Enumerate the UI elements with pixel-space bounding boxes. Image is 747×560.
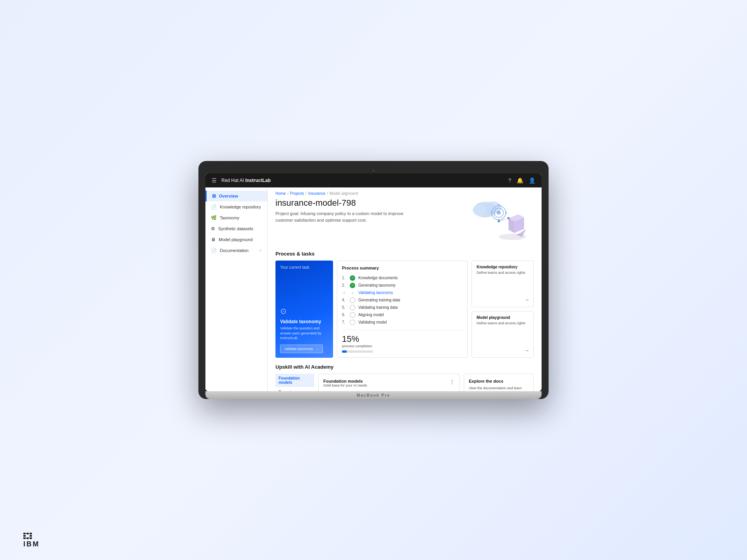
current-task-card: Your current task ⊙ Validate taxonomy Va…	[275, 261, 333, 358]
step-2-label: Generating taxonomy	[358, 283, 396, 287]
upskill-row: Foundation models Prompt engineering Fou…	[275, 374, 534, 391]
sidebar-item-label: Synthetic datasets	[218, 226, 253, 231]
foundation-models-card: Foundation models Solid base for your AI…	[318, 374, 460, 391]
playground-icon: 🖥	[211, 237, 216, 242]
knowledge-repository-card[interactable]: Knowledge repository Define teams and ac…	[472, 261, 534, 307]
process-summary-title: Process summary	[342, 266, 463, 270]
step-5: 5. Validating training data	[342, 304, 463, 311]
process-steps: 1. Knowledge documents 2. Generating tax…	[342, 274, 463, 326]
datasets-icon: ⚙	[211, 226, 215, 231]
svg-rect-9	[505, 212, 507, 214]
right-cards: Knowledge repository Define teams and ac…	[472, 261, 534, 358]
knowledge-repo-sub: Define teams and access rights	[477, 270, 529, 275]
process-summary-card: Process summary 1. Knowledge documents 2…	[337, 261, 468, 358]
breadcrumb-current: Model alignment	[330, 191, 358, 196]
step-7-dot	[350, 320, 355, 325]
upskill-title: Upskill with AI Academy	[275, 364, 534, 370]
step-4-dot	[350, 298, 355, 303]
knowledge-repo-title: Knowledge repository	[477, 265, 529, 269]
main-content: Home / Projects / Insurance / Model alig…	[268, 187, 542, 391]
model-playground-card[interactable]: Model playground Define teams and access…	[472, 311, 534, 358]
knowledge-icon: 📄	[211, 204, 217, 210]
docs-icon: 📄	[211, 248, 217, 253]
svg-point-17	[499, 234, 526, 240]
overview-icon: ⊞	[212, 193, 216, 199]
process-row: Your current task ⊙ Validate taxonomy Va…	[268, 261, 542, 364]
breadcrumb-projects[interactable]: Projects	[290, 191, 304, 196]
explore-docs-card[interactable]: Explore the docs View the documentation …	[464, 374, 534, 391]
bell-icon[interactable]: 🔔	[517, 177, 523, 184]
sidebar-item-taxonomy[interactable]: 🌿 Taxonomy	[205, 212, 267, 223]
explore-desc: View the documentation and learn how to …	[469, 386, 529, 391]
model-playground-arrow: →	[524, 347, 530, 354]
step-7: 7. Validating model	[342, 318, 463, 326]
upskill-nav: Foundation models Prompt engineering	[275, 374, 314, 391]
step-6-dot	[350, 312, 355, 318]
breadcrumb-home[interactable]: Home	[275, 191, 286, 196]
step-6-label: Aligning model	[358, 313, 384, 317]
sidebar-item-label: Overview	[219, 194, 238, 198]
ibm-logo: IBM	[23, 533, 43, 548]
completion-label: process completion	[342, 344, 463, 348]
laptop-base: MacBook Pro	[205, 391, 542, 399]
sidebar-item-synthetic-datasets[interactable]: ⚙ Synthetic datasets	[205, 223, 267, 234]
model-playground-sub: Define teams and access rights	[477, 321, 529, 326]
progress-fill	[342, 350, 347, 353]
knowledge-repo-arrow: →	[524, 297, 530, 303]
upskill-nav-foundation-models[interactable]: Foundation models	[275, 374, 314, 387]
help-icon[interactable]: ?	[508, 177, 511, 184]
step-4: 4. Generating training data	[342, 296, 463, 304]
breadcrumb-insurance[interactable]: Insurance	[308, 191, 325, 196]
explore-title: Explore the docs	[469, 379, 529, 383]
svg-point-2	[472, 205, 486, 216]
arrow-icon: →	[315, 347, 319, 351]
step-3-dot	[350, 290, 355, 296]
sidebar: ⊞ Overview 📄 Knowledge repository 🌿 Taxo…	[205, 187, 268, 391]
model-playground-title: Model playground	[477, 315, 529, 320]
page-title: insurance-model-798	[275, 198, 416, 208]
step-3-label: Validating taxonomy	[358, 290, 393, 295]
step-6: 6. Aligning model	[342, 311, 463, 318]
sidebar-item-model-playground[interactable]: 🖥 Model playground	[205, 234, 267, 245]
step-2-dot	[350, 283, 355, 288]
brand-label: Red Hat AI InstructLab	[221, 178, 271, 183]
step-1: 1. Knowledge documents	[342, 274, 463, 282]
user-icon[interactable]: 👤	[529, 177, 535, 184]
svg-rect-8	[491, 212, 492, 214]
step-3: → Validating taxonomy	[342, 289, 463, 296]
foundation-card-sub: Solid base for your AI needs	[323, 383, 367, 387]
foundation-more-icon[interactable]: ⋮	[449, 379, 455, 385]
sidebar-item-label: Documentation	[220, 248, 249, 253]
hamburger-icon[interactable]: ☰	[212, 177, 217, 184]
validate-taxonomy-button[interactable]: Validate taxonomy →	[280, 345, 323, 353]
progress-bar	[342, 350, 373, 353]
top-nav: ☰ Red Hat AI InstructLab ? 🔔 👤	[205, 173, 542, 187]
current-task-label: Your current task	[280, 265, 328, 270]
step-4-label: Generating training data	[358, 298, 400, 302]
page-description: Project goal: Infusing company policy to…	[275, 210, 416, 223]
step-1-dot	[350, 275, 355, 281]
hero-illustration	[464, 198, 534, 245]
task-name: Validate taxonomy	[280, 319, 328, 324]
svg-point-5	[497, 211, 501, 215]
completion-pct: 15%	[342, 334, 463, 344]
top-nav-icons: ? 🔔 👤	[508, 177, 535, 184]
taxonomy-icon: 🌿	[211, 215, 217, 220]
step-7-label: Validating model	[358, 320, 387, 324]
step-5-label: Validating training data	[358, 305, 398, 310]
step-1-label: Knowledge documents	[358, 276, 398, 280]
sidebar-item-knowledge-repository[interactable]: 📄 Knowledge repository	[205, 201, 267, 212]
sidebar-item-label: Model playground	[219, 237, 253, 242]
step-2: 2. Generating taxonomy	[342, 282, 463, 289]
sidebar-item-label: Knowledge repository	[220, 205, 261, 209]
step-5-dot	[350, 305, 355, 310]
upskill-nav-prompt-engineering[interactable]: Prompt engineering	[275, 388, 314, 391]
upskill-section: Upskill with AI Academy Foundation model…	[268, 364, 542, 391]
svg-rect-6	[498, 205, 500, 206]
task-desc: Validate the question and answer pairs g…	[280, 326, 328, 341]
external-link-icon: ↗	[259, 248, 262, 252]
completion-section: 15% process completion	[342, 330, 463, 353]
sidebar-item-overview[interactable]: ⊞ Overview	[205, 191, 267, 201]
foundation-card-title: Foundation models	[323, 379, 367, 383]
sidebar-item-documentation[interactable]: 📄 Documentation ↗	[205, 245, 267, 256]
